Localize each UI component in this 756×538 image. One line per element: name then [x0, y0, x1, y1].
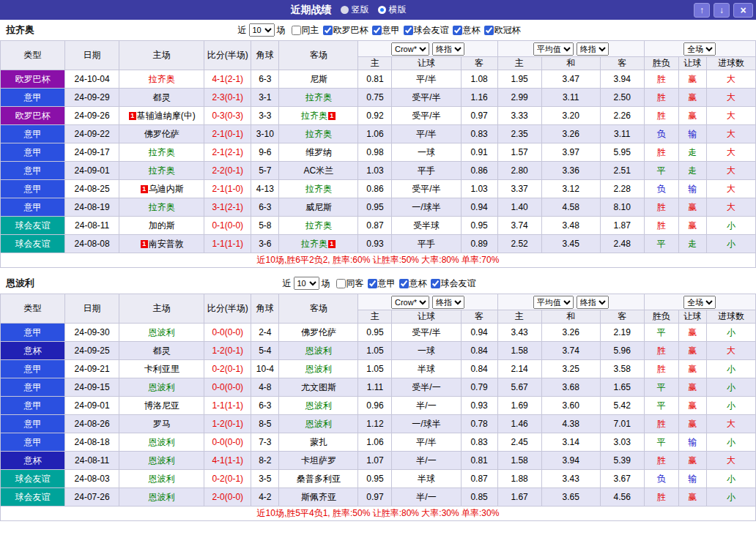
filter-checkbox[interactable]: 意甲	[372, 24, 400, 37]
filter-checkbox[interactable]: 球会友谊	[431, 277, 476, 290]
crow-handicap: 平手	[392, 162, 461, 180]
crow-odds-select[interactable]: Crow*	[391, 296, 429, 309]
home-team: 恩波利	[119, 324, 204, 342]
layout-radio-horizontal[interactable]: 横版	[378, 4, 407, 16]
column-header: 类型	[1, 41, 65, 70]
crow-home-odds: 0.98	[358, 143, 392, 162]
full-match-select[interactable]: 全场	[683, 42, 716, 56]
header-row: 类型日期主场比分(半场)角球客场Crow*终指平均值终指全场	[1, 41, 756, 57]
crow-home-odds: 1.06	[358, 125, 392, 143]
column-subheader: 胜负	[644, 310, 678, 324]
match-date: 24-08-18	[65, 433, 119, 452]
team-label: 维罗纳	[305, 147, 332, 157]
crow-handicap: 半球	[392, 360, 461, 378]
crow-handicap: 一/球半	[392, 415, 461, 433]
avg-away-odds: 2.51	[600, 162, 644, 180]
recent-count-select[interactable]: 10	[249, 23, 275, 37]
filter-checkbox[interactable]: 欧罗巴杯	[323, 24, 368, 37]
corner-count: 6-3	[251, 198, 279, 217]
team-label: 南安普敦	[149, 239, 184, 249]
recent-count-select[interactable]: 10	[294, 277, 319, 290]
final-index-select[interactable]: 终指	[432, 42, 464, 56]
filter-checkbox[interactable]: 同主	[292, 24, 319, 37]
radio-horizontal-label: 横版	[389, 4, 407, 16]
filter-checkbox[interactable]: 同客	[336, 277, 364, 290]
checkbox-input[interactable]	[323, 26, 333, 35]
results-table: 类型日期主场比分(半场)角球客场Crow*终指平均值终指全场主让球客主和客胜负让…	[0, 40, 756, 268]
filter-checkbox[interactable]: 欧冠杯	[484, 24, 521, 37]
crow-home-odds: 1.03	[358, 162, 392, 180]
crow-home-odds: 1.12	[358, 415, 392, 433]
column-subheader: 让球	[392, 310, 461, 324]
crow-away-odds: 0.93	[461, 397, 497, 415]
filter-checkbox[interactable]: 意杯	[453, 24, 481, 37]
checkbox-input[interactable]	[292, 26, 301, 35]
result-goals: 小	[706, 488, 755, 507]
crow-home-odds: 0.93	[358, 235, 392, 253]
home-team: 拉齐奥	[119, 143, 204, 162]
crow-odds-select[interactable]: Crow*	[391, 42, 429, 56]
avg-draw-odds: 3.47	[541, 70, 600, 89]
full-match-select[interactable]: 全场	[683, 296, 716, 309]
final-index-select[interactable]: 终指	[432, 296, 464, 309]
avg-draw-odds: 3.48	[541, 217, 600, 235]
home-team: 拉齐奥	[119, 162, 204, 180]
result-handicap: 走	[678, 235, 706, 253]
checkbox-input[interactable]	[431, 279, 440, 288]
result-goals: 小	[706, 470, 755, 488]
column-header: 日期	[65, 41, 119, 70]
result-goals: 大	[706, 198, 755, 217]
final-index-select[interactable]: 终指	[577, 42, 609, 56]
team-label: 尼斯	[310, 74, 327, 84]
average-odds-select[interactable]: 平均值	[533, 296, 574, 309]
titlebar-center: 近期战绩 竖版 横版	[3, 4, 694, 17]
competition-badge: 意甲	[1, 162, 65, 180]
final-index-select[interactable]: 终指	[577, 296, 609, 309]
corner-count: 6-3	[251, 397, 279, 415]
avg-away-odds: 5.95	[600, 143, 644, 162]
crow-odds-header: Crow*终指	[358, 294, 497, 310]
checkbox-input[interactable]	[484, 26, 494, 35]
filter-checkbox[interactable]: 意甲	[368, 277, 396, 290]
team-label: AC米兰	[304, 165, 334, 176]
crow-home-odds: 0.81	[358, 70, 392, 89]
checkbox-input[interactable]	[336, 279, 346, 288]
filter-bar: 近10场同客意甲意杯球会友谊	[281, 277, 476, 290]
match-date: 24-09-15	[65, 378, 119, 397]
column-header: 主场	[119, 41, 204, 70]
radio-icon	[378, 6, 386, 14]
layout-radio-vertical[interactable]: 竖版	[341, 4, 369, 16]
checkbox-input[interactable]	[453, 26, 462, 35]
filter-checkbox[interactable]: 球会友谊	[404, 24, 449, 37]
crow-away-odds: 0.84	[461, 342, 497, 360]
red-card-badge: 1	[328, 240, 336, 248]
checkbox-input[interactable]	[372, 26, 382, 35]
scroll-down-button[interactable]: ↓	[714, 3, 730, 18]
corner-count: 5-7	[251, 162, 279, 180]
crow-handicap: 一球	[392, 342, 461, 360]
checkbox-input[interactable]	[399, 279, 409, 288]
filter-checkbox[interactable]: 意杯	[399, 277, 427, 290]
crow-away-odds: 0.89	[461, 235, 497, 253]
away-team: 恩波利	[279, 415, 358, 433]
checkbox-label: 意杯	[410, 277, 427, 290]
match-row: 球会友谊24-08-11加的斯0-1(0-0)5-8拉齐奥0.87受半球0.95…	[1, 217, 756, 235]
home-team: 加的斯	[119, 217, 204, 235]
scroll-up-button[interactable]: ↑	[694, 3, 710, 18]
checkbox-input[interactable]	[404, 26, 413, 35]
match-date: 24-08-11	[65, 452, 119, 470]
checkbox-input[interactable]	[368, 279, 377, 288]
result-scope-header: 全场	[644, 41, 755, 57]
sections-container: 拉齐奥近10场同主欧罗巴杯意甲球会友谊意杯欧冠杯类型日期主场比分(半场)角球客场…	[0, 20, 756, 521]
avg-away-odds: 3.03	[600, 433, 644, 452]
match-row: 意杯24-08-11恩波利4-1(1-1)8-2卡坦萨罗1.07半/一0.811…	[1, 452, 756, 470]
team-label: 拉齐奥	[149, 165, 175, 176]
crow-handicap: 半/一	[392, 397, 461, 415]
crow-away-odds: 0.78	[461, 415, 497, 433]
team-label: 恩波利	[149, 327, 175, 337]
close-button[interactable]: ×	[733, 3, 753, 18]
home-team: 都灵	[119, 89, 204, 107]
average-odds-select[interactable]: 平均值	[533, 42, 574, 56]
corner-count: 3-10	[251, 125, 279, 143]
team-label: 恩波利	[305, 345, 332, 356]
